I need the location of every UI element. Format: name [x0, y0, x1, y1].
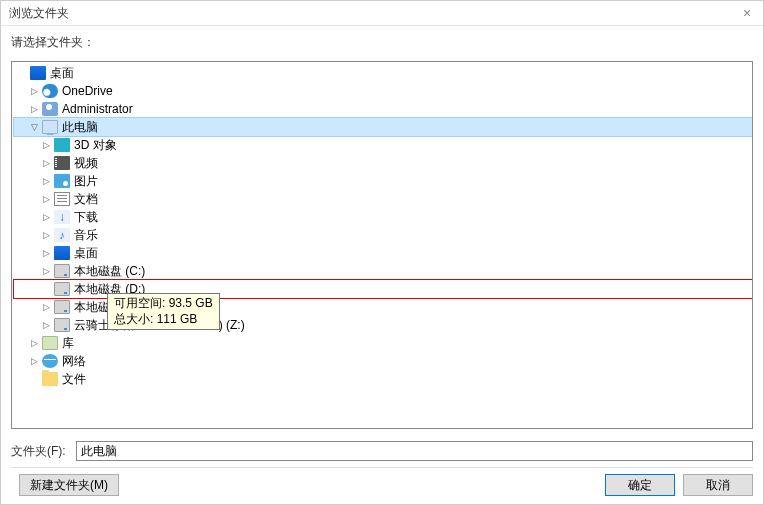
folder-tree[interactable]: 桌面 ▷ OneDrive ▷ Administrator ▽	[11, 61, 753, 429]
tree-item-cloud-drive[interactable]: ▷ 云骑士存储 9) (Z:)	[14, 316, 752, 334]
tree-item-suffix: 9) (Z:)	[212, 316, 245, 334]
new-folder-button[interactable]: 新建文件夹(M)	[19, 474, 119, 496]
divider	[11, 467, 753, 468]
tree-item-music[interactable]: ▷ 音乐	[14, 226, 752, 244]
close-button[interactable]: ×	[737, 3, 757, 23]
tree-item-network[interactable]: ▷ 网络	[14, 352, 752, 370]
drive-icon	[54, 300, 70, 314]
dialog-footer: 文件夹(F): 新建文件夹(M) 确定 取消	[1, 437, 763, 504]
tree-item-label: 本地磁盘 (C:)	[74, 262, 145, 280]
tree-item-label: OneDrive	[62, 82, 113, 100]
tree-item-label: 图片	[74, 172, 98, 190]
onedrive-icon	[42, 84, 58, 98]
3d-objects-icon	[54, 138, 70, 152]
expander-icon[interactable]: ▷	[28, 85, 40, 97]
expander-icon[interactable]: ▷	[28, 103, 40, 115]
desktop-icon	[30, 66, 46, 80]
tree-item-label: 网络	[62, 352, 86, 370]
tree-item-label: 视频	[74, 154, 98, 172]
dialog-title: 浏览文件夹	[9, 5, 69, 22]
tree-item-label: 3D 对象	[74, 136, 117, 154]
expander-icon[interactable]: ▷	[40, 319, 52, 331]
tree-item-this-pc[interactable]: ▽ 此电脑	[14, 118, 752, 136]
tree-item-label: 本地磁盘 (	[74, 298, 129, 316]
video-icon	[54, 156, 70, 170]
expander-icon[interactable]: ▷	[40, 265, 52, 277]
tree-item-drive-e[interactable]: ▷ 本地磁盘 (	[14, 298, 752, 316]
tree-item-label: 文档	[74, 190, 98, 208]
tree-item-documents[interactable]: ▷ 文档	[14, 190, 752, 208]
documents-icon	[54, 192, 70, 206]
computer-icon	[42, 120, 58, 134]
tree-item-3d-objects[interactable]: ▷ 3D 对象	[14, 136, 752, 154]
tree-item-label: 云骑士存储	[74, 316, 134, 334]
tree-item-label: 桌面	[74, 244, 98, 262]
tree-item-label: 下载	[74, 208, 98, 226]
expander-icon[interactable]: ▷	[40, 175, 52, 187]
tree-item-onedrive[interactable]: ▷ OneDrive	[14, 82, 752, 100]
music-icon	[54, 228, 70, 242]
expander-icon[interactable]: ▷	[28, 337, 40, 349]
expander-icon[interactable]: ▷	[40, 211, 52, 223]
tree-item-files[interactable]: 文件	[14, 370, 752, 388]
browse-folder-dialog: 浏览文件夹 × 请选择文件夹： 桌面 ▷ OneDrive	[0, 0, 764, 505]
drive-icon	[54, 282, 70, 296]
cancel-button[interactable]: 取消	[683, 474, 753, 496]
libraries-icon	[42, 336, 58, 350]
drive-icon	[54, 318, 70, 332]
tree-item-downloads[interactable]: ▷ 下载	[14, 208, 752, 226]
tree-item-libraries[interactable]: ▷ 库	[14, 334, 752, 352]
tree-item-label: 文件	[62, 370, 86, 388]
folder-path-input[interactable]	[76, 441, 753, 461]
tree-item-label: 音乐	[74, 226, 98, 244]
ok-button[interactable]: 确定	[605, 474, 675, 496]
expander-icon[interactable]: ▷	[40, 193, 52, 205]
network-icon	[42, 354, 58, 368]
folder-icon	[42, 372, 58, 386]
tree-item-pictures[interactable]: ▷ 图片	[14, 172, 752, 190]
tree-item-label: 本地磁盘 (D:)	[74, 280, 145, 298]
title-bar: 浏览文件夹 ×	[1, 1, 763, 26]
download-icon	[54, 210, 70, 224]
expander-icon[interactable]: ▽	[28, 121, 40, 133]
expander-icon[interactable]: ▷	[40, 229, 52, 241]
prompt-label: 请选择文件夹：	[1, 26, 763, 57]
tree-item-label: 库	[62, 334, 74, 352]
tree-item-drive-c[interactable]: ▷ 本地磁盘 (C:)	[14, 262, 752, 280]
expander-icon[interactable]: ▷	[28, 355, 40, 367]
pictures-icon	[54, 174, 70, 188]
expander-icon[interactable]: ▷	[40, 247, 52, 259]
expander-icon[interactable]: ▷	[40, 157, 52, 169]
tree-item-label: Administrator	[62, 100, 133, 118]
tree-item-administrator[interactable]: ▷ Administrator	[14, 100, 752, 118]
tree-item-drive-d[interactable]: 本地磁盘 (D:)	[14, 280, 752, 298]
tree-item-label: 桌面	[50, 64, 74, 82]
user-icon	[42, 102, 58, 116]
drive-icon	[54, 264, 70, 278]
tree-item-desktop-folder[interactable]: ▷ 桌面	[14, 244, 752, 262]
folder-path-label: 文件夹(F):	[11, 443, 66, 460]
tree-item-label: 此电脑	[62, 118, 98, 136]
tree-item-desktop[interactable]: 桌面	[14, 64, 752, 82]
desktop-icon	[54, 246, 70, 260]
expander-icon[interactable]: ▷	[40, 139, 52, 151]
expander-icon[interactable]: ▷	[40, 301, 52, 313]
tree-item-videos[interactable]: ▷ 视频	[14, 154, 752, 172]
